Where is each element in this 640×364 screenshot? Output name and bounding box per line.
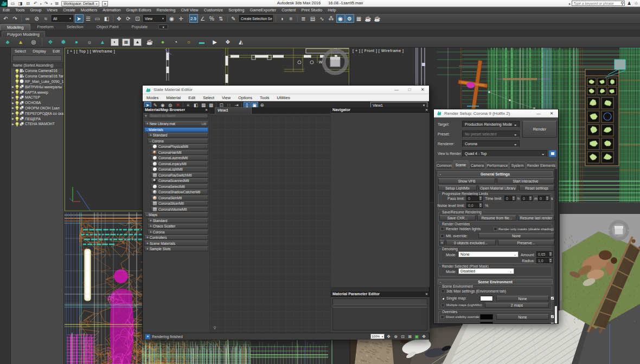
main-toolbar-select-and-manipulate-icon[interactable]: ✛	[177, 14, 185, 23]
render-setup-title-bar[interactable]: Render Setup: Corona 9 (Hotfix 2) — ✕	[434, 109, 558, 118]
main-toolbar-edit-named-selection-icon[interactable]: ✎	[229, 14, 238, 23]
objects-excluded-button[interactable]: 0 objects excluded...	[446, 240, 496, 245]
main-toolbar-use-pivot-point-icon[interactable]: ◉	[168, 14, 176, 23]
start-interactive-button[interactable]: Start interactive	[497, 178, 554, 184]
radio-multiple-maps[interactable]	[441, 303, 445, 307]
open-file-icon[interactable]: ◨	[17, 1, 23, 6]
browser-item[interactable]: CoronaScannedMtl	[151, 178, 208, 183]
undo-icon[interactable]: ↶	[33, 1, 39, 6]
workspace-menu-button[interactable]: ▼	[102, 1, 108, 6]
zoom-region-icon[interactable]: ⊡	[400, 334, 406, 340]
menu-civil-view[interactable]: Civil View	[178, 7, 201, 13]
clipped-override-checkbox[interactable]	[551, 322, 554, 324]
browser-close-icon[interactable]: ✕	[205, 108, 208, 112]
material-map-browser-header[interactable]: Material/Map Browser✕	[143, 107, 209, 113]
render-setup-minimize-button[interactable]: —	[532, 109, 545, 117]
scene-explorer-row[interactable]: ▶ОФОРМ ОКОН 1зал	[11, 106, 63, 111]
search-expand-icon[interactable]: ▸	[569, 2, 571, 5]
browser-item[interactable]: CoronaPhysicalMtl	[151, 144, 208, 149]
render-tab-render-elements[interactable]: Render Elements	[526, 161, 556, 168]
plugin-corona-tree-icon[interactable]: ▲	[98, 37, 107, 47]
setup-lightmix-button[interactable]: Setup LightMix	[438, 185, 477, 191]
render-tab-performance[interactable]: Performance	[486, 161, 509, 168]
browser-item[interactable]: + Corona	[148, 230, 208, 235]
zoom-level-combo[interactable]: 100%▼	[370, 334, 385, 339]
slate-menu-utilities[interactable]: Utilities	[273, 95, 294, 100]
tab-selection[interactable]: Selection	[60, 24, 90, 30]
scene-explorer-row[interactable]: ▶СТЕНА МАМОНТ	[11, 121, 63, 127]
menu-graph-editors[interactable]: Graph Editors	[124, 7, 154, 13]
main-toolbar-select-and-move-icon[interactable]: ✥	[115, 14, 124, 23]
noise-level-spinner[interactable]: 0,0▲▼	[466, 203, 483, 208]
parameter-editor-input[interactable]	[332, 298, 427, 305]
main-toolbar-align-icon[interactable]: ≡	[287, 14, 296, 23]
scene-explorer-row[interactable]: ▶ОСНОВА	[11, 100, 63, 106]
workspace-selector[interactable]: Workspace: Default▾	[61, 1, 99, 6]
main-toolbar-select-and-rotate-icon[interactable]: ⟳	[124, 14, 133, 23]
visibility-bulb-icon[interactable]	[15, 84, 19, 89]
slate-close-button[interactable]: ✕	[416, 86, 429, 94]
direct-visibility-enable-checkbox[interactable]	[551, 315, 554, 318]
single-map-none-button[interactable]: None	[496, 296, 549, 301]
browser-item[interactable]: CoronaSkinMtl	[151, 196, 208, 200]
lock-view-button[interactable]	[549, 150, 556, 157]
browser-item[interactable]: + Standard	[148, 218, 208, 223]
spinner-arrows-icon[interactable]: ▲▼	[478, 203, 482, 207]
multiple-maps-button[interactable]: 2 maps	[485, 303, 549, 308]
scene-explorer-row[interactable]: ▶КАРТА минер	[11, 89, 63, 95]
visibility-bulb-icon[interactable]	[15, 106, 19, 110]
zoom-icon[interactable]: ⊕	[393, 334, 399, 340]
navigator-header[interactable]: Navigator✕	[331, 107, 430, 113]
direct-visibility-none-button[interactable]: None	[496, 314, 549, 320]
menu-gameexporter[interactable]: GameExporter	[247, 7, 279, 13]
navigator-close-icon[interactable]: ✕	[425, 108, 428, 112]
scene-explorer-row[interactable]: Corona Camera016	[11, 68, 63, 74]
browser-item[interactable]: - Maps	[144, 212, 208, 217]
project-folder-icon[interactable]: ⊞	[54, 1, 60, 6]
visibility-bulb-icon[interactable]	[15, 95, 19, 100]
main-toolbar-select-and-scale-icon[interactable]: ⊡	[133, 14, 142, 23]
browser-item[interactable]: + Standard	[148, 133, 208, 138]
plugin-corona-rect-icon[interactable]: ▬	[197, 37, 207, 47]
visibility-bulb-icon[interactable]	[15, 122, 19, 126]
pan-to-selected-icon[interactable]: ✥	[421, 334, 427, 340]
rollout-general-settings[interactable]: -General Settings	[438, 171, 553, 177]
renderer-combo[interactable]: Corona⌄	[462, 140, 520, 147]
browser-item[interactable]: - Materials	[144, 127, 208, 132]
spinner-arrows-icon[interactable]: ▲▼	[545, 196, 549, 200]
denoise-mode-combo[interactable]: None⌄	[458, 251, 519, 257]
time-limit-h-spinner[interactable]: 0▲▼	[504, 196, 516, 201]
time-limit-m-spinner[interactable]: 0▲▼	[521, 196, 533, 201]
target-combo[interactable]: Production Rendering Mode⌄	[462, 121, 520, 128]
direct-visibility-swatch[interactable]	[480, 314, 493, 320]
render-hidden-lights-checkbox[interactable]	[440, 227, 444, 231]
menu-tools[interactable]: Tools	[12, 7, 28, 13]
parameter-editor-header[interactable]: Material Parameter Editor✕	[331, 291, 430, 297]
tab-populate[interactable]: Populate	[125, 24, 155, 30]
browser-item[interactable]: - Corona	[148, 139, 208, 144]
plugin-corona-sun-icon[interactable]: ☼	[85, 37, 94, 47]
menu-rendering[interactable]: Rendering	[154, 7, 178, 13]
main-toolbar-bind-to-space-warp-icon[interactable]: ≈	[42, 14, 50, 23]
add-exclusion-button[interactable]: +	[439, 240, 445, 245]
save-cxr-button[interactable]: Save CXR...	[439, 215, 476, 220]
render-only-masks-checkbox[interactable]	[494, 227, 497, 231]
plugin-corona-sphere-icon[interactable]: ●	[158, 37, 168, 47]
reset-settings-button[interactable]: Reset settings	[519, 185, 554, 191]
plugin-corona-c-icon[interactable]: ◔	[171, 37, 181, 47]
favorites-star-icon[interactable]: ☆	[633, 1, 639, 6]
redo-icon[interactable]: ↷	[43, 1, 49, 6]
render-tab-system[interactable]: System	[509, 161, 526, 168]
radio-single-map[interactable]	[441, 296, 445, 300]
main-toolbar-select-by-name-icon[interactable]: ☰	[84, 14, 93, 23]
browser-item[interactable]: + Chaos Scatter	[148, 224, 208, 229]
show-vfb-button[interactable]: Show VFB	[438, 178, 495, 184]
main-toolbar-link-icon[interactable]: ∞	[23, 14, 32, 23]
main-toolbar-select-and-link-icon[interactable]: ↶	[2, 14, 10, 23]
render-tab-camera[interactable]: Camera	[469, 161, 485, 168]
menu-edit[interactable]: Edit	[0, 7, 12, 13]
mtl-override-none-button[interactable]: None	[478, 233, 554, 238]
parameter-editor-close-icon[interactable]: ✕	[425, 292, 428, 296]
plugin-corona-eye-icon[interactable]: ◭	[236, 37, 246, 47]
plugin-scatter-icon[interactable]: ❖	[46, 37, 55, 47]
